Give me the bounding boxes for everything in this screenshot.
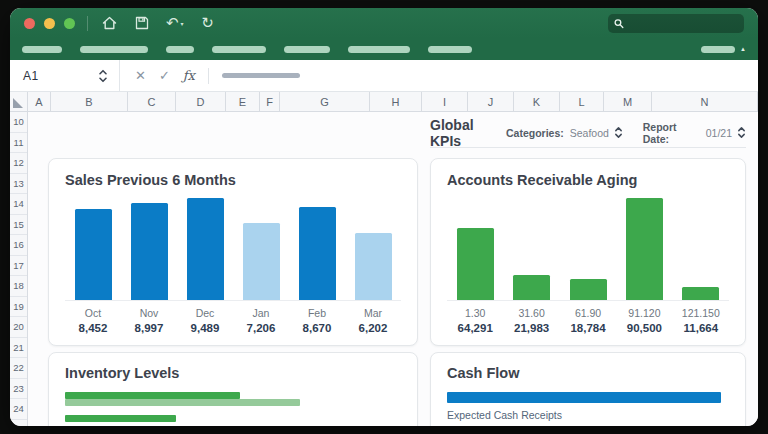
name-box[interactable]: A1 <box>10 60 120 91</box>
category-label-1.30: 1.30 <box>447 307 503 319</box>
search-input[interactable] <box>624 17 738 29</box>
row-header-21[interactable]: 21 <box>10 338 27 359</box>
undo-button[interactable]: ↶ ▾ <box>166 16 184 31</box>
row-header-15[interactable]: 15 <box>10 215 27 236</box>
column-header-L[interactable]: L <box>560 92 604 111</box>
column-header-C[interactable]: C <box>128 92 176 111</box>
bar-91.120[interactable] <box>626 198 663 300</box>
global-kpis-title: Global KPIs <box>430 117 506 149</box>
chart-bar-slot <box>673 287 729 300</box>
row-header-25[interactable]: 25 <box>10 420 27 427</box>
report-date-dropdown[interactable] <box>737 126 746 139</box>
row-header-20[interactable]: 20 <box>10 317 27 338</box>
chart-bar-slot <box>177 198 233 300</box>
bar-Oct[interactable] <box>75 209 112 300</box>
formula-content-placeholder[interactable] <box>222 73 300 78</box>
ribbon-menu-item-4[interactable] <box>212 46 266 53</box>
row-header-16[interactable]: 16 <box>10 235 27 256</box>
column-header-A[interactable]: A <box>28 92 51 111</box>
chart-bar-slot <box>121 203 177 300</box>
minimize-window-button[interactable] <box>44 18 55 29</box>
row-header-10[interactable]: 10 <box>10 112 27 133</box>
search-field[interactable] <box>608 14 744 33</box>
value-label-Feb: 8,670 <box>289 322 345 334</box>
titlebar-divider <box>87 16 88 31</box>
search-icon <box>614 18 624 29</box>
row-header-18[interactable]: 18 <box>10 276 27 297</box>
column-header-H[interactable]: H <box>370 92 422 111</box>
share-button[interactable] <box>701 46 735 53</box>
ribbon-menu-item-3[interactable] <box>166 46 194 53</box>
row-header-22[interactable]: 22 <box>10 358 27 379</box>
ribbon-menu-item-6[interactable] <box>348 46 410 53</box>
undo-dropdown-icon[interactable]: ▾ <box>181 20 184 27</box>
bar-61.90[interactable] <box>570 279 607 300</box>
column-header-row: ABCDEFGHIJKLMN <box>10 92 758 112</box>
home-icon[interactable] <box>100 14 118 32</box>
report-date-label: Report Date: <box>643 121 700 145</box>
row-header-13[interactable]: 13 <box>10 174 27 195</box>
confirm-entry-icon[interactable]: ✓ <box>159 68 170 83</box>
cancel-entry-icon[interactable]: ✕ <box>135 68 146 83</box>
bar-Mar[interactable] <box>355 233 392 300</box>
row-header-12[interactable]: 12 <box>10 153 27 174</box>
horizontal-bar-3[interactable] <box>65 415 176 422</box>
zoom-window-button[interactable] <box>64 18 75 29</box>
bar-Dec[interactable] <box>187 198 224 300</box>
global-kpis-header: Global KPIs Categories: Seafood Report D… <box>430 118 746 148</box>
categories-dropdown[interactable] <box>614 126 623 139</box>
insert-function-icon[interactable]: ƒx <box>183 68 195 83</box>
row-header-14[interactable]: 14 <box>10 194 27 215</box>
inventory-levels-title: Inventory Levels <box>65 365 401 381</box>
redo-button[interactable]: ↻ <box>199 14 217 32</box>
cash-flow-bars <box>447 392 729 403</box>
bar-Jan[interactable] <box>243 223 280 300</box>
row-header-17[interactable]: 17 <box>10 256 27 277</box>
ribbon-menu-item-2[interactable] <box>80 46 148 53</box>
category-label-Dec: Dec <box>177 307 233 319</box>
column-header-M[interactable]: M <box>604 92 652 111</box>
ribbon-menu-item-7[interactable] <box>428 46 472 53</box>
ribbon-collapse-icon[interactable]: ▲ <box>740 46 746 52</box>
value-label-Nov: 8,997 <box>121 322 177 334</box>
categories-value: Seafood <box>570 127 609 139</box>
chart-bar-slot <box>560 279 616 300</box>
column-header-F[interactable]: F <box>260 92 280 111</box>
category-label-91.120: 91.120 <box>616 307 672 319</box>
bar-31.60[interactable] <box>513 275 550 300</box>
bar-Nov[interactable] <box>131 203 168 300</box>
chart-bar-slot <box>345 233 401 300</box>
save-icon[interactable] <box>133 14 151 32</box>
ribbon-bar: ▲ <box>10 38 758 60</box>
chart-bar-slot <box>289 207 345 300</box>
column-header-N[interactable]: N <box>652 92 758 111</box>
bar-121.150[interactable] <box>682 287 719 300</box>
select-all-corner[interactable] <box>10 92 28 111</box>
title-bar: ↶ ▾ ↻ <box>10 8 758 38</box>
horizontal-bar-2[interactable] <box>65 399 300 406</box>
close-window-button[interactable] <box>24 18 35 29</box>
sheet-grid[interactable]: Global KPIs Categories: Seafood Report D… <box>28 112 758 426</box>
ar-aging-chart-categories: 1.3031.6061.9091.120121.150 <box>447 307 729 319</box>
bar-1.30[interactable] <box>457 228 494 300</box>
column-header-B[interactable]: B <box>51 92 128 111</box>
column-header-J[interactable]: J <box>468 92 514 111</box>
category-label-121.150: 121.150 <box>673 307 729 319</box>
column-header-I[interactable]: I <box>422 92 468 111</box>
column-header-D[interactable]: D <box>176 92 226 111</box>
ribbon-menu-item-5[interactable] <box>284 46 330 53</box>
row-header-24[interactable]: 24 <box>10 399 27 420</box>
value-label-1.30: 64,291 <box>447 322 503 334</box>
horizontal-bar-1[interactable] <box>65 392 240 399</box>
horizontal-bar-1[interactable] <box>447 392 721 403</box>
column-header-E[interactable]: E <box>226 92 260 111</box>
bar-Feb[interactable] <box>299 207 336 300</box>
category-label-61.90: 61.90 <box>560 307 616 319</box>
row-header-23[interactable]: 23 <box>10 379 27 400</box>
name-box-chevrons-icon[interactable] <box>98 68 108 83</box>
row-header-19[interactable]: 19 <box>10 297 27 318</box>
row-header-11[interactable]: 11 <box>10 133 27 154</box>
column-header-G[interactable]: G <box>280 92 370 111</box>
column-header-K[interactable]: K <box>514 92 560 111</box>
ribbon-menu-item-1[interactable] <box>22 46 62 53</box>
